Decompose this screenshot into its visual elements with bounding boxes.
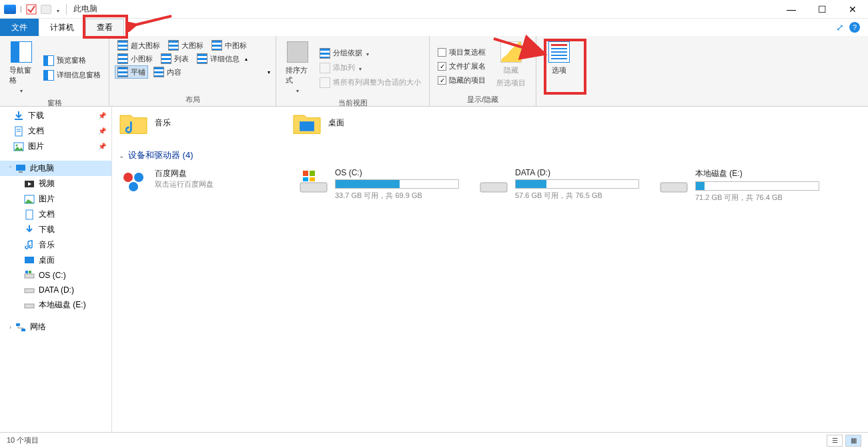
svg-rect-26 bbox=[300, 183, 327, 192]
drive-os-c[interactable]: OS (C:) 33.7 GB 可用，共 69.9 GB bbox=[299, 168, 459, 203]
tiles-view-button[interactable]: ▦ bbox=[845, 435, 861, 447]
drive-e-progress bbox=[695, 181, 819, 191]
nav-pane-button[interactable]: 导航窗格 ▾ bbox=[5, 39, 37, 97]
ribbon: 导航窗格 ▾ 预览窗格 详细信息窗格 窗格 超大图标 大图标 中图标 bbox=[0, 36, 868, 107]
layout-xl-icons[interactable]: 超大图标 bbox=[115, 39, 163, 52]
layout-list[interactable]: 列表 bbox=[158, 52, 191, 65]
drives-row: 百度网盘 双击运行百度网盘 OS (C:) 33.7 GB 可用，共 69.9 … bbox=[119, 168, 861, 203]
folder-desktop-label: 桌面 bbox=[328, 117, 344, 129]
sidebar-network[interactable]: ›网络 bbox=[0, 319, 111, 335]
drive-icon bbox=[24, 285, 35, 295]
preview-pane-button[interactable]: 预览窗格 bbox=[41, 54, 103, 67]
sidebar-documents-qa[interactable]: 文档📌 bbox=[0, 123, 111, 139]
addcol-dropdown-icon bbox=[358, 64, 362, 72]
checkbox-empty-icon bbox=[438, 48, 446, 57]
download-icon bbox=[13, 111, 24, 121]
sidebar-this-pc[interactable]: ˇ此电脑 bbox=[0, 161, 111, 176]
layout-down-arrow-icon[interactable]: ▾ bbox=[268, 69, 270, 75]
svg-rect-19 bbox=[25, 304, 34, 308]
svg-rect-28 bbox=[310, 171, 315, 176]
preview-pane-label: 预览窗格 bbox=[57, 55, 86, 65]
svg-rect-22 bbox=[300, 121, 314, 131]
svg-rect-21 bbox=[21, 329, 25, 331]
tab-computer[interactable]: 计算机 bbox=[39, 19, 85, 36]
layout-details[interactable]: 详细信息 bbox=[194, 52, 242, 65]
svg-rect-3 bbox=[15, 119, 23, 120]
drive-local-e[interactable]: 本地磁盘 (E:) 71.2 GB 可用，共 76.4 GB bbox=[659, 168, 819, 203]
sidebar-pictures[interactable]: 图片 bbox=[0, 191, 111, 207]
sort-button[interactable]: 排序方式 ▾ bbox=[282, 39, 313, 97]
close-button[interactable]: ✕ bbox=[837, 0, 868, 19]
maximize-button[interactable]: ☐ bbox=[807, 0, 837, 19]
sidebar-data-d[interactable]: DATA (D:) bbox=[0, 283, 111, 297]
help-icon[interactable]: ? bbox=[849, 22, 860, 33]
devices-section-header[interactable]: ⌄ 设备和驱动器 (4) bbox=[119, 149, 861, 161]
tiles-icon bbox=[117, 67, 128, 77]
content-area: 音乐 桌面 ⌄ 设备和驱动器 (4) 百度网盘 双击运行百度网盘 bbox=[112, 107, 868, 432]
sidebar-videos[interactable]: 视频 bbox=[0, 176, 111, 191]
ribbon-group-currentview: 排序方式 ▾ 分组依据 添加列 将所有列调整为合适的大小 当前视图 bbox=[276, 36, 430, 106]
folder-icon bbox=[292, 109, 322, 136]
drive-icon bbox=[479, 168, 508, 195]
svg-rect-20 bbox=[16, 323, 20, 326]
tab-view[interactable]: 查看 bbox=[85, 19, 124, 36]
checkbox-checked-icon: ✓ bbox=[438, 76, 446, 85]
folder-desktop[interactable]: 桌面 bbox=[292, 109, 439, 136]
network-icon bbox=[15, 322, 26, 333]
drive-c-progress bbox=[335, 179, 459, 189]
layout-tiles[interactable]: 平铺 bbox=[115, 65, 148, 79]
options-icon bbox=[548, 41, 570, 63]
drive-data-d[interactable]: DATA (D:) 57.6 GB 可用，共 76.5 GB bbox=[479, 168, 639, 203]
drive-d-name: DATA (D:) bbox=[515, 168, 639, 177]
minimize-button[interactable]: — bbox=[776, 0, 807, 19]
pin-icon: 📌 bbox=[98, 112, 106, 119]
layout-l-icons[interactable]: 大图标 bbox=[165, 39, 206, 52]
qat-dropdown[interactable] bbox=[55, 3, 59, 15]
l-icons-icon bbox=[168, 40, 179, 51]
sidebar-os-c[interactable]: OS (C:) bbox=[0, 268, 111, 283]
baidu-title: 百度网盘 bbox=[155, 168, 279, 179]
details-view-button[interactable]: ☰ bbox=[827, 435, 843, 447]
groupby-button[interactable]: 分组依据 bbox=[317, 47, 424, 60]
item-checkboxes-toggle[interactable]: 项目复选框 bbox=[435, 46, 488, 59]
sidebar-pictures-qa[interactable]: 图片📌 bbox=[0, 139, 111, 154]
sidebar-downloads[interactable]: 下载 bbox=[0, 222, 111, 237]
pin-icon: 📌 bbox=[98, 127, 106, 135]
folder-music[interactable]: 音乐 bbox=[119, 109, 266, 136]
list-icon bbox=[161, 53, 171, 64]
chevron-right-icon: › bbox=[9, 324, 11, 331]
autosize-button: 将所有列调整为合适的大小 bbox=[317, 76, 424, 89]
options-button[interactable]: 选项 bbox=[544, 39, 574, 95]
layout-m-icons[interactable]: 中图标 bbox=[209, 39, 250, 52]
drive-c-info: 33.7 GB 可用，共 69.9 GB bbox=[335, 191, 459, 201]
svg-point-25 bbox=[129, 182, 138, 191]
details-pane-button[interactable]: 详细信息窗格 bbox=[41, 69, 103, 82]
xl-icons-icon bbox=[117, 40, 128, 51]
drive-icon bbox=[659, 168, 689, 195]
svg-rect-32 bbox=[661, 183, 687, 192]
sidebar-desktop[interactable]: 桌面 bbox=[0, 253, 111, 268]
layout-up-arrow-icon[interactable]: ▴ bbox=[245, 56, 248, 62]
layout-content[interactable]: 内容 bbox=[151, 65, 184, 79]
file-extensions-toggle[interactable]: ✓文件扩展名 bbox=[435, 60, 488, 73]
pc-icon bbox=[4, 5, 16, 14]
folder-qat-icon[interactable] bbox=[41, 5, 51, 14]
svg-rect-27 bbox=[303, 171, 308, 176]
checkbox-checked-icon: ✓ bbox=[438, 62, 446, 71]
hidden-items-toggle[interactable]: ✓隐藏的项目 bbox=[435, 74, 488, 87]
checkbox-qat-icon[interactable] bbox=[26, 4, 37, 15]
nav-pane-icon bbox=[11, 41, 32, 63]
minimize-ribbon-icon[interactable]: ⤢ bbox=[836, 22, 844, 33]
baidu-netdisk-item[interactable]: 百度网盘 双击运行百度网盘 bbox=[119, 168, 279, 203]
sidebar-documents[interactable]: 文档 bbox=[0, 207, 111, 222]
drive-e-info: 71.2 GB 可用，共 76.4 GB bbox=[695, 193, 819, 203]
svg-point-8 bbox=[16, 144, 18, 146]
desktop-icon bbox=[24, 255, 35, 266]
sidebar-local-e[interactable]: 本地磁盘 (E:) bbox=[0, 297, 111, 313]
layout-s-icons[interactable]: 小图标 bbox=[115, 52, 155, 65]
svg-rect-15 bbox=[25, 274, 34, 278]
sidebar-downloads-qa[interactable]: 下载📌 bbox=[0, 108, 111, 123]
tab-file[interactable]: 文件 bbox=[0, 19, 39, 36]
drive-e-name: 本地磁盘 (E:) bbox=[695, 168, 819, 179]
sidebar-music[interactable]: 音乐 bbox=[0, 237, 111, 253]
